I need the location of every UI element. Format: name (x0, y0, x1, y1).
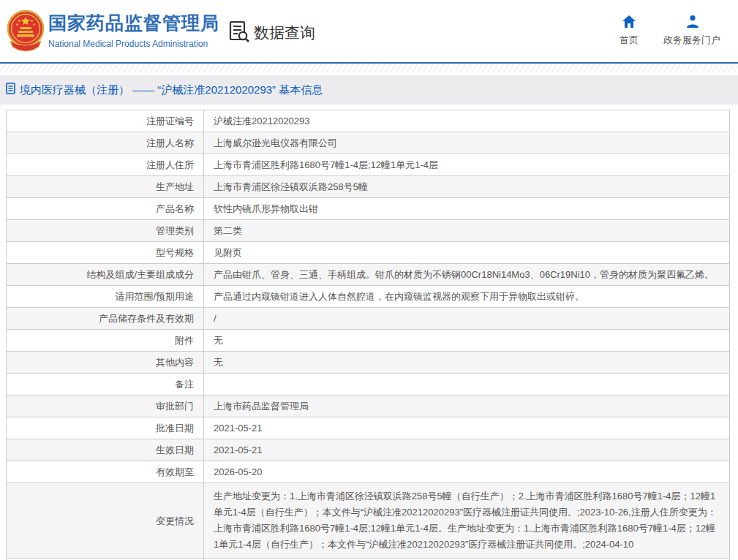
brand-title-en: National Medical Products Administration (48, 39, 219, 49)
row-label-text: 管理类别 (156, 225, 194, 236)
row-label-text: 注册证编号 (146, 116, 194, 126)
table-row: 生产地址上海市青浦区徐泾镇双浜路258号5幢 (7, 176, 730, 198)
row-label: 审批部门 (7, 396, 204, 417)
row-label-text: 结构及组成/主要组成成分 (86, 269, 194, 280)
data-query-nav[interactable]: 数据查询 (228, 20, 315, 46)
row-label: 管理类别 (7, 220, 204, 242)
row-value: 第二类 (204, 220, 730, 242)
row-label-text: 审批部门 (156, 401, 194, 412)
row-value-text: 上海市青浦区徐泾镇双浜路258号5幢 (214, 181, 368, 192)
row-value: 见附页 (204, 242, 730, 264)
row-value-text: 上海市青浦区胜利路1680号7幢1-4层;12幢1单元1-4层 (214, 159, 438, 170)
registration-info: 注册证编号沪械注准20212020293注册人名称上海威尔逊光电仪器有限公司注册… (6, 110, 732, 560)
info-table-body: 注册证编号沪械注准20212020293注册人名称上海威尔逊光电仪器有限公司注册… (7, 110, 730, 560)
data-query-label: 数据查询 (254, 23, 315, 43)
row-label: 产品储存条件及有效期 (7, 308, 204, 330)
row-value: 上海市青浦区胜利路1680号7幢1-4层;12幢1单元1-4层 (204, 154, 730, 176)
breadcrumb-bar: 境内医疗器械（注册） —— “沪械注准20212020293” 基本信息 (0, 75, 738, 105)
site-header: 国家药品监督管理局 National Medical Products Admi… (0, 0, 738, 62)
row-label: 注册人住所 (7, 154, 204, 176)
row-value-text: 2021-05-21 (214, 444, 263, 455)
brand-block: 国家药品监督管理局 National Medical Products Admi… (48, 11, 219, 49)
row-label-text: 生效日期 (156, 444, 194, 455)
row-label: 生效日期 (7, 439, 204, 461)
table-row: 管理类别第二类 (7, 220, 730, 242)
row-value-text: 上海威尔逊光电仪器有限公司 (214, 137, 337, 148)
row-value-text: 2021-05-21 (214, 423, 263, 434)
nav-home[interactable]: 首页 (620, 15, 639, 47)
row-value-text: 沪械注准20212020293 (214, 116, 310, 126)
person-icon (685, 15, 699, 29)
row-value: 沪械注准20212020293 (204, 110, 730, 132)
national-emblem-logo (6, 8, 45, 53)
row-label-text: 适用范围/预期用途 (115, 291, 194, 302)
row-label-text: 型号规格 (156, 247, 194, 258)
row-label: 注册人名称 (7, 132, 204, 154)
table-row: 适用范围/预期用途产品通过内窥镜钳道进入人体自然腔道，在内窥镜监视器的观察下用于… (7, 286, 730, 308)
row-value-text: 无 (214, 357, 223, 368)
row-value-text: 生产地址变更为：1.上海市青浦区徐泾镇双浜路258号5幢（自行生产）；2.上海市… (214, 491, 717, 550)
document-search-icon (228, 20, 250, 46)
row-value: / (204, 308, 730, 330)
row-value: 上海威尔逊光电仪器有限公司 (204, 132, 730, 154)
row-value: 2021-05-21 (204, 417, 730, 439)
row-value-text: 产品通过内窥镜钳道进入人体自然腔道，在内窥镜监视器的观察下用于异物取出或钳碎。 (214, 291, 584, 302)
row-value-text: 见附页 (214, 247, 242, 258)
row-value: 无 (204, 352, 730, 374)
row-label-text: 变更情况 (156, 515, 194, 526)
row-label: 其他内容 (7, 352, 204, 374)
row-label-text: 其他内容 (156, 357, 194, 368)
row-label-text: 注册人住所 (146, 159, 194, 170)
row-value-text: 产品由钳爪、管身、三通、手柄组成。钳爪的材质为不锈钢00Cr18Ni14Mo3、… (214, 269, 714, 280)
row-value (204, 374, 730, 396)
row-label: 产品名称 (7, 198, 204, 220)
row-label: 适用范围/预期用途 (7, 286, 204, 308)
row-label-text: 产品名称 (156, 203, 194, 214)
table-row: 变更情况生产地址变更为：1.上海市青浦区徐泾镇双浜路258号5幢（自行生产）；2… (7, 483, 730, 559)
row-label: 型号规格 (7, 242, 204, 264)
table-row: 型号规格见附页 (7, 242, 730, 264)
row-label: 有效期至 (7, 461, 204, 483)
row-label: 注册证编号 (7, 110, 204, 132)
row-label-text: 注册人名称 (146, 137, 194, 148)
row-value-text: 上海市药品监督管理局 (214, 401, 309, 412)
table-row: 批准日期2021-05-21 (7, 417, 730, 439)
nav-portal[interactable]: 政务服务门户 (663, 15, 720, 47)
table-row: 结构及组成/主要组成成分产品由钳爪、管身、三通、手柄组成。钳爪的材质为不锈钢00… (7, 264, 730, 286)
row-label-text: 附件 (175, 335, 194, 346)
page-title: 境内医疗器械（注册） —— “沪械注准20212020293” 基本信息 (20, 83, 323, 97)
home-icon (622, 15, 636, 29)
row-value: 上海市药品监督管理局 (204, 396, 730, 417)
row-label: 变更情况 (7, 483, 204, 559)
row-label: 结构及组成/主要组成成分 (7, 264, 204, 286)
nav-portal-label: 政务服务门户 (663, 34, 720, 47)
hatched-strip (0, 64, 738, 72)
row-value: 2026-05-20 (204, 461, 730, 483)
row-value: 生产地址变更为：1.上海市青浦区徐泾镇双浜路258号5幢（自行生产）；2.上海市… (204, 483, 730, 559)
row-label: 备注 (7, 374, 204, 396)
table-row: 其他内容无 (7, 352, 730, 374)
row-value: 软性内镜爪形异物取出钳 (204, 198, 730, 220)
nav-home-label: 首页 (620, 34, 639, 47)
row-label-text: 批准日期 (156, 423, 194, 434)
row-label: 附件 (7, 330, 204, 352)
table-row: 审批部门上海市药品监督管理局 (7, 396, 730, 417)
brand-title-cn: 国家药品监督管理局 (48, 11, 219, 35)
table-row: 注册人住所上海市青浦区胜利路1680号7幢1-4层;12幢1单元1-4层 (7, 154, 730, 176)
row-label-text: 备注 (175, 379, 194, 390)
info-table: 注册证编号沪械注准20212020293注册人名称上海威尔逊光电仪器有限公司注册… (6, 110, 730, 560)
table-row: 备注 (7, 374, 730, 396)
table-row: 注册人名称上海威尔逊光电仪器有限公司 (7, 132, 730, 154)
document-icon (6, 83, 15, 97)
row-label-text: 生产地址 (156, 181, 194, 192)
row-value: 无 (204, 330, 730, 352)
row-value-text: 软性内镜爪形异物取出钳 (214, 203, 318, 214)
top-right-nav: 首页 政务服务门户 (620, 15, 720, 47)
national-emblem-icon (6, 8, 45, 53)
row-value-text: / (214, 313, 216, 324)
row-label-text: 产品储存条件及有效期 (99, 313, 194, 324)
row-value-text: 2026-05-20 (214, 466, 263, 477)
row-label: 批准日期 (7, 417, 204, 439)
table-row: 产品名称软性内镜爪形异物取出钳 (7, 198, 730, 220)
row-value: 产品通过内窥镜钳道进入人体自然腔道，在内窥镜监视器的观察下用于异物取出或钳碎。 (204, 286, 730, 308)
